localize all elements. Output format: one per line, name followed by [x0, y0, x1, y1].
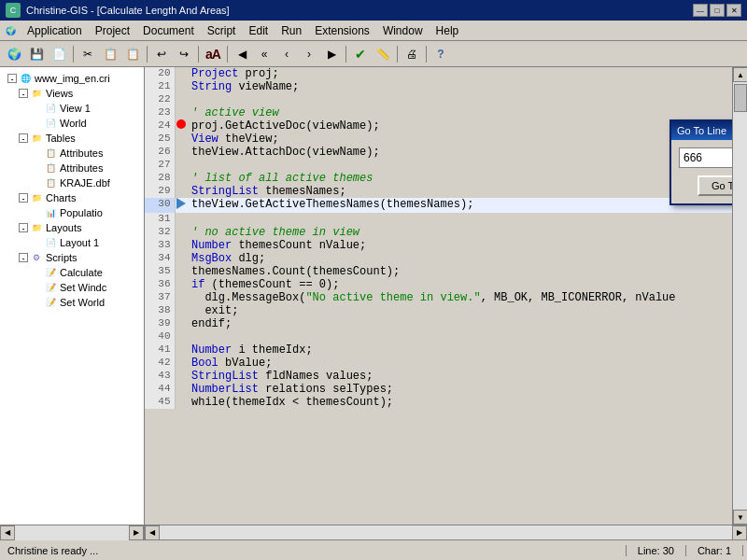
line-number: 43: [145, 370, 175, 383]
toolbar-btn-back[interactable]: ‹: [276, 44, 297, 64]
menu-application[interactable]: Application: [21, 22, 88, 39]
sidebar-item-views[interactable]: - 📁 Views: [0, 86, 144, 101]
line-marker: [175, 396, 188, 409]
menu-window[interactable]: Window: [377, 22, 429, 39]
scroll-vertical-track[interactable]: [733, 82, 747, 510]
line-number: 36: [145, 278, 175, 291]
toolbar-btn-redo[interactable]: ↪: [174, 44, 194, 64]
code-line-26: 26 theView.AttachDoc(viewName);: [145, 146, 747, 159]
sidebar-item-setwindc[interactable]: 📝 Set Windc: [0, 280, 144, 295]
folder-icon-scripts: ⚙: [30, 251, 43, 264]
code-scroll-area[interactable]: 20 Project proj; 21 String viewName; 22: [145, 67, 747, 525]
scroll-thumb[interactable]: [734, 84, 747, 112]
line-marker: [175, 226, 188, 239]
menu-document[interactable]: Document: [137, 22, 200, 39]
sidebar-item-calculate[interactable]: 📝 Calculate: [0, 265, 144, 280]
sidebar-item-kraje[interactable]: 📋 KRAJE.dbf: [0, 175, 144, 190]
line-number: 25: [145, 133, 175, 146]
sidebar-item-world[interactable]: 📄 World: [0, 116, 144, 131]
code-line-40: 40: [145, 330, 747, 343]
line-marker: [175, 370, 188, 383]
code-scrollbar-horizontal[interactable]: ◀ ▶: [145, 525, 747, 539]
toolbar-btn-open[interactable]: 💾: [26, 44, 47, 64]
sidebar-item-scripts[interactable]: - ⚙ Scripts: [0, 250, 144, 265]
sidebar-label-populatio: Populatio: [60, 207, 103, 218]
scroll-horizontal-track[interactable]: [160, 525, 732, 540]
expand-icon-views[interactable]: -: [19, 89, 28, 98]
toolbar-btn-first[interactable]: «: [254, 44, 275, 64]
line-marker: [175, 357, 188, 370]
expand-icon-charts[interactable]: -: [19, 193, 28, 203]
code-line-24: 24 proj.GetActiveDoc(viewName);: [145, 119, 747, 133]
sidebar-item-tables[interactable]: - 📁 Tables: [0, 131, 144, 146]
sidebar-label-world: World: [60, 118, 87, 129]
toolbar-btn-save[interactable]: 📄: [49, 44, 69, 64]
toolbar-sep-4: [227, 46, 228, 63]
sidebar-scrollbar[interactable]: ◀ ▶: [0, 525, 144, 539]
toolbar-btn-check[interactable]: 📏: [373, 44, 393, 64]
toolbar-btn-run[interactable]: ✔: [350, 44, 371, 64]
line-number: 28: [145, 172, 175, 185]
line-code: StringList themesNames;: [188, 185, 747, 198]
title-bar-left: C Christine-GIS - [Calculate Length And …: [6, 3, 230, 18]
maximize-button[interactable]: □: [710, 4, 725, 17]
expand-icon-layouts[interactable]: -: [19, 223, 28, 232]
sidebar-scroll-track[interactable]: [15, 525, 129, 540]
line-marker: [175, 185, 188, 198]
toolbar-btn-paste[interactable]: 📋: [122, 44, 143, 64]
scroll-left-arrow[interactable]: ◀: [145, 525, 160, 540]
chart-icon-populatio: 📊: [44, 206, 57, 219]
sidebar-item-view1[interactable]: 📄 View 1: [0, 101, 144, 116]
toolbar-btn-cut[interactable]: ✂: [78, 44, 98, 64]
toolbar-sep-5: [345, 46, 346, 63]
toolbar-btn-forward[interactable]: ›: [299, 44, 319, 64]
expand-icon-scripts[interactable]: -: [19, 253, 28, 262]
line-number: 20: [145, 67, 175, 80]
menu-project[interactable]: Project: [90, 22, 135, 39]
scroll-up-arrow[interactable]: ▲: [733, 67, 747, 82]
scroll-right-arrow[interactable]: ▶: [732, 525, 747, 540]
close-button[interactable]: ✕: [726, 4, 741, 17]
expand-icon[interactable]: -: [7, 74, 17, 83]
sidebar-item-attr2[interactable]: 📋 Attributes: [0, 161, 144, 175]
line-code: String viewName;: [188, 80, 747, 93]
line-code: exit;: [188, 304, 747, 317]
menu-script[interactable]: Script: [202, 22, 242, 39]
status-bar: Christine is ready ... Line: 30 Char: 1: [0, 539, 747, 560]
sidebar-item-layouts[interactable]: - 📁 Layouts: [0, 220, 144, 235]
sidebar-label-layouts: Layouts: [46, 222, 82, 233]
menu-run[interactable]: Run: [275, 22, 307, 39]
sidebar-item-populatio[interactable]: 📊 Populatio: [0, 205, 144, 220]
expand-icon-tables[interactable]: -: [19, 133, 28, 143]
sidebar-item-root[interactable]: - 🌐 www_img_en.cri: [0, 71, 144, 86]
sidebar-item-charts[interactable]: - 📁 Charts: [0, 190, 144, 205]
toolbar-btn-help[interactable]: ?: [430, 44, 451, 64]
menu-help[interactable]: Help: [430, 22, 465, 39]
toolbar-btn-prev[interactable]: ◀: [232, 44, 252, 64]
toolbar-btn-copy[interactable]: 📋: [100, 44, 120, 64]
menu-edit[interactable]: Edit: [243, 22, 274, 39]
window-controls[interactable]: — □ ✕: [693, 4, 741, 17]
line-code: NumberList relations selTypes;: [188, 383, 747, 396]
toolbar-btn-print[interactable]: 🖨: [402, 44, 422, 64]
sidebar-label-layout1: Layout 1: [60, 237, 99, 248]
line-marker: [175, 278, 188, 291]
line-marker: [175, 343, 188, 357]
line-number: 45: [145, 396, 175, 409]
code-scrollbar-vertical[interactable]: ▲ ▼: [732, 67, 747, 525]
sidebar-scroll-right[interactable]: ▶: [129, 525, 144, 540]
sidebar-label-views: Views: [46, 88, 73, 99]
minimize-button[interactable]: —: [693, 4, 708, 17]
sidebar-scroll-left[interactable]: ◀: [0, 525, 15, 540]
scroll-down-arrow[interactable]: ▼: [733, 510, 747, 525]
menu-extensions[interactable]: Extensions: [309, 22, 375, 39]
sidebar-item-layout1[interactable]: 📄 Layout 1: [0, 235, 144, 250]
toolbar-btn-new[interactable]: 🌍: [4, 44, 24, 64]
sidebar-label-root: www_img_en.cri: [35, 73, 110, 84]
toolbar-btn-find[interactable]: aA: [203, 44, 223, 64]
toolbar-btn-undo[interactable]: ↩: [151, 44, 172, 64]
toolbar-btn-next[interactable]: ▶: [321, 44, 342, 64]
sidebar-item-setworld[interactable]: 📝 Set World: [0, 295, 144, 310]
sidebar-item-attr1[interactable]: 📋 Attributes: [0, 146, 144, 161]
line-code: if (themesCount == 0);: [188, 278, 747, 291]
